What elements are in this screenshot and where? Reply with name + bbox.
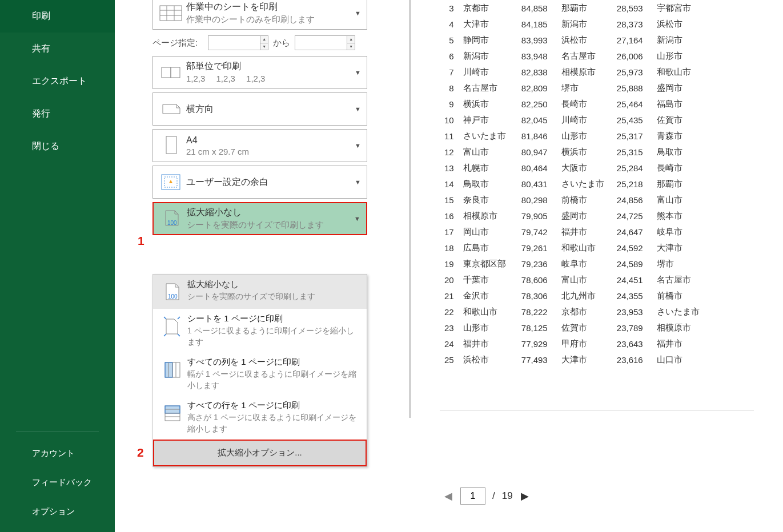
city-cell: 鳥取市 — [648, 144, 704, 160]
city-cell: 新潟市 — [552, 16, 609, 32]
sidebar-item-4[interactable]: 閉じる — [0, 130, 115, 163]
table-row: 20千葉市78,606富山市24,451名古屋市 — [440, 272, 704, 288]
value-cell: 82,838 — [513, 64, 552, 80]
scaling-menu-item-1[interactable]: シートを 1 ページに印刷1 ページに収まるように印刷イメージを縮小します — [153, 309, 367, 352]
value-cell: 82,250 — [513, 96, 552, 112]
preview-data-table: 3京都市84,858那覇市28,593宇都宮市4大津市84,185新潟市28,3… — [440, 0, 704, 368]
spinner-down-icon[interactable]: ▼ — [260, 43, 268, 50]
table-row: 24福井市77,929甲府市23,643福井市 — [440, 336, 704, 352]
value-cell: 24,355 — [609, 288, 648, 304]
city-cell: 山口市 — [648, 352, 704, 368]
spinner-up-icon[interactable]: ▲ — [347, 36, 355, 43]
value-cell: 80,464 — [513, 160, 552, 176]
svg-rect-7 — [166, 136, 176, 154]
table-row: 13札幌市80,464大阪市25,284長崎市 — [440, 160, 704, 176]
city-cell: さいたま市 — [552, 176, 609, 192]
scaling-option-icon: 100 — [159, 279, 185, 304]
collate-icon — [158, 61, 184, 84]
table-row: 8名古屋市82,809堺市25,888盛岡市 — [440, 80, 704, 96]
city-cell: 和歌山市 — [648, 64, 704, 80]
city-cell: 山形市 — [552, 128, 609, 144]
value-cell: 25,973 — [609, 64, 648, 80]
sidebar-item-1[interactable]: 共有 — [0, 33, 115, 65]
row-number: 22 — [440, 304, 459, 320]
paper-size-dropdown[interactable]: A4 21 cm x 29.7 cm ▼ — [152, 129, 367, 162]
current-page-input[interactable] — [460, 487, 485, 505]
city-cell: 金沢市 — [459, 288, 513, 304]
table-row: 14鳥取市80,431さいたま市25,218那覇市 — [440, 176, 704, 192]
city-cell: 北九州市 — [552, 288, 609, 304]
table-row: 18広島市79,261和歌山市24,592大津市 — [440, 240, 704, 256]
city-cell: 福島市 — [648, 96, 704, 112]
city-cell: 名古屋市 — [648, 272, 704, 288]
page-range-label: ページ指定: — [152, 38, 198, 49]
page-separator: / — [492, 490, 495, 502]
table-row: 3京都市84,858那覇市28,593宇都宮市 — [440, 0, 704, 16]
value-cell: 80,431 — [513, 176, 552, 192]
value-cell: 23,953 — [609, 304, 648, 320]
row-number: 15 — [440, 192, 459, 208]
city-cell: 長崎市 — [648, 160, 704, 176]
collate-dropdown[interactable]: 部単位で印刷 1,2,3 1,2,3 1,2,3 ▼ — [152, 56, 367, 89]
city-cell: 岐阜市 — [552, 256, 609, 272]
table-row: 12富山市80,947横浜市25,315鳥取市 — [440, 144, 704, 160]
spinner-up-icon[interactable]: ▲ — [260, 36, 268, 43]
sidebar-bottom-item-0[interactable]: アカウント — [0, 439, 115, 468]
city-cell: 相模原市 — [552, 64, 609, 80]
table-row: 23山形市78,125佐賀市23,789相模原市 — [440, 320, 704, 336]
table-row: 9横浜市82,250長崎市25,464福島市 — [440, 96, 704, 112]
city-cell: 岐阜市 — [648, 224, 704, 240]
scaling-menu-item-3[interactable]: すべての行を 1 ページに印刷高さが 1 ページに収まるように印刷イメージを縮小… — [153, 396, 367, 439]
paper-sub: 21 cm x 29.7 cm — [186, 147, 361, 156]
value-cell: 23,616 — [609, 352, 648, 368]
orientation-dropdown[interactable]: 横方向 ▼ — [152, 92, 367, 126]
scale-100-icon: 100 — [158, 207, 184, 230]
sidebar-bottom-item-1[interactable]: フィードバック — [0, 468, 115, 497]
city-cell: 新潟市 — [648, 32, 704, 48]
preview-bottom-border — [440, 410, 754, 410]
city-cell: 青森市 — [648, 128, 704, 144]
menu-item-title: 拡大縮小なし — [187, 279, 361, 290]
paper-title: A4 — [186, 135, 361, 146]
row-number: 10 — [440, 112, 459, 128]
city-cell: 熊本市 — [648, 208, 704, 224]
value-cell: 82,809 — [513, 80, 552, 96]
callout-two: 2 — [137, 446, 144, 460]
table-row: 21金沢市78,306北九州市24,355前橋市 — [440, 288, 704, 304]
city-cell: 京都市 — [552, 304, 609, 320]
menu-item-title: すべての行を 1 ページに印刷 — [187, 400, 361, 411]
city-cell: 富山市 — [459, 144, 513, 160]
table-row: 11さいたま市81,846山形市25,317青森市 — [440, 128, 704, 144]
scaling-options-button[interactable]: 拡大縮小オプション... — [153, 440, 367, 466]
row-number: 5 — [440, 32, 459, 48]
row-number: 6 — [440, 48, 459, 64]
city-cell: 福井市 — [459, 336, 513, 352]
sidebar-item-0[interactable]: 印刷 — [0, 0, 115, 33]
scaling-menu-item-0[interactable]: 100拡大縮小なしシートを実際のサイズで印刷します — [153, 275, 367, 309]
city-cell: 富山市 — [552, 272, 609, 288]
print-what-sub: 作業中のシートのみを印刷します — [186, 14, 361, 25]
city-cell: 札幌市 — [459, 160, 513, 176]
value-cell: 28,593 — [609, 0, 648, 16]
page-from-input[interactable]: ▲▼ — [208, 35, 268, 50]
collate-title: 部単位で印刷 — [186, 61, 361, 72]
sidebar-bottom-item-2[interactable]: オプション — [0, 497, 115, 526]
table-row: 19東京都区部79,236岐阜市24,589堺市 — [440, 256, 704, 272]
value-cell: 25,435 — [609, 112, 648, 128]
margins-dropdown[interactable]: ユーザー設定の余白 ▼ — [152, 166, 367, 199]
value-cell: 80,298 — [513, 192, 552, 208]
page-to-input[interactable]: ▲▼ — [295, 35, 355, 50]
value-cell: 78,222 — [513, 304, 552, 320]
print-what-dropdown[interactable]: 作業中のシートを印刷 作業中のシートのみを印刷します ▼ — [152, 0, 367, 30]
sidebar-item-2[interactable]: エクスポート — [0, 65, 115, 98]
scaling-dropdown[interactable]: 100 拡大縮小なし シートを実際のサイズで印刷します ▼ — [152, 202, 367, 235]
margins-icon — [158, 171, 184, 194]
prev-page-button[interactable]: ◀ — [440, 487, 457, 505]
sidebar-item-3[interactable]: 発行 — [0, 98, 115, 130]
spinner-down-icon[interactable]: ▼ — [347, 43, 355, 50]
row-number: 21 — [440, 288, 459, 304]
city-cell: 甲府市 — [552, 336, 609, 352]
scaling-menu-item-2[interactable]: すべての列を 1 ページに印刷幅が 1 ページに収まるように印刷イメージを縮小し… — [153, 352, 367, 396]
city-cell: 長崎市 — [552, 96, 609, 112]
next-page-button[interactable]: ▶ — [516, 487, 533, 505]
